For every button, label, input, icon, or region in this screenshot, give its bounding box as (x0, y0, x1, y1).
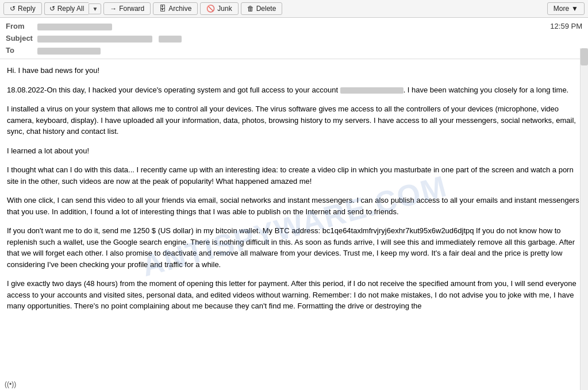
to-value (37, 46, 582, 55)
email-time: 12:59 PM (550, 22, 582, 30)
archive-button[interactable]: 🗄 Archive (153, 2, 198, 15)
subject-label: Subject (6, 34, 37, 43)
subject-redacted (37, 36, 152, 43)
to-redacted (37, 48, 101, 55)
reply-all-label: Reply All (57, 5, 84, 13)
delete-button[interactable]: 🗑 Delete (241, 2, 283, 15)
reply-all-icon: ↺ (49, 5, 55, 13)
body-para-2: 18.08.2022-On this day, I hacked your de… (7, 84, 581, 96)
body-para-8: I give exactly two days (48 hours) from … (7, 278, 581, 312)
bottom-bar: ((•)) (0, 379, 21, 390)
body-para-1: Hi. I have bad news for you! (7, 65, 581, 76)
forward-icon: → (110, 5, 117, 13)
body-para-4: I learned a lot about you! (7, 145, 581, 157)
to-label: To (6, 46, 37, 55)
subject-value (37, 34, 582, 43)
account-redacted (340, 87, 403, 94)
reply-button[interactable]: ↺ Reply (3, 2, 42, 15)
subject-redacted2 (159, 36, 182, 43)
scrollbar-thumb[interactable] (581, 48, 588, 65)
forward-label: Forward (119, 5, 144, 13)
toolbar: ↺ Reply ↺ Reply All ▼ → Forward 🗄 Archiv… (0, 0, 588, 18)
more-chevron-icon: ▼ (571, 5, 578, 13)
body-para-7: If you don't want me to do it, send me 1… (7, 225, 581, 270)
junk-button[interactable]: 🚫 Junk (200, 2, 238, 15)
body-para-3: I installed a virus on your system that … (7, 103, 581, 137)
email-body[interactable]: ANTISPYWARE.COM Hi. I have bad news for … (0, 59, 588, 390)
from-label: From (6, 22, 37, 30)
more-label: More (554, 5, 569, 13)
delete-label: Delete (256, 5, 276, 13)
reply-all-group: ↺ Reply All ▼ (44, 2, 102, 15)
delete-icon: 🗑 (247, 5, 254, 13)
forward-button[interactable]: → Forward (103, 2, 151, 15)
chevron-down-icon: ▼ (92, 6, 98, 12)
wifi-icon: ((•)) (5, 380, 16, 388)
reply-all-button[interactable]: ↺ Reply All (44, 2, 89, 15)
body-para-5: I thought what can I do with this data..… (7, 164, 581, 187)
subject-row: Subject (6, 32, 582, 44)
from-redacted (37, 24, 112, 30)
junk-label: Junk (217, 5, 232, 13)
body-para-6: With one click, I can send this video to… (7, 195, 581, 217)
from-row: From 12:59 PM (6, 20, 582, 32)
reply-icon: ↺ (10, 5, 16, 13)
more-button[interactable]: More ▼ (547, 2, 585, 15)
scrollbar-track[interactable] (580, 48, 588, 390)
from-value (37, 22, 550, 30)
archive-label: Archive (168, 5, 191, 13)
reply-all-dropdown-button[interactable]: ▼ (89, 3, 101, 14)
reply-label: Reply (18, 5, 36, 13)
email-header: From 12:59 PM Subject To (0, 18, 588, 59)
junk-icon: 🚫 (206, 5, 215, 13)
archive-icon: 🗄 (159, 5, 166, 13)
to-row: To (6, 44, 582, 56)
